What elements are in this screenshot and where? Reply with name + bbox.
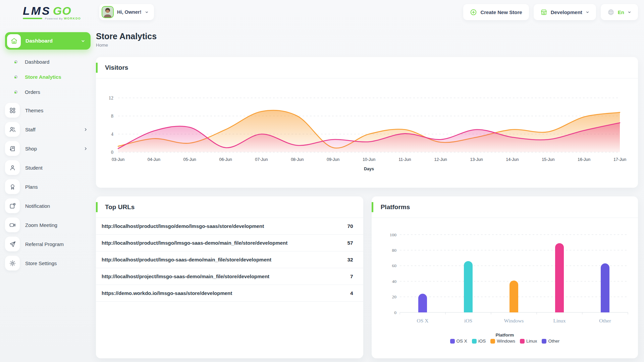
sidebar-item-label: Referral Program — [25, 241, 91, 247]
top-url-row[interactable]: http://localhost/project/lmsgo-saas-demo… — [96, 268, 363, 285]
store-icon — [540, 9, 547, 16]
create-new-store-label: Create New Store — [480, 9, 522, 15]
sidebar-item-plans[interactable]: Plans — [5, 179, 91, 194]
svg-text:Windows: Windows — [504, 318, 524, 323]
avatar — [102, 6, 114, 18]
sidebar-item-referral-program[interactable]: Referral Program — [5, 237, 91, 251]
card-accent-bar — [372, 202, 373, 212]
submenu-label: Dashboard — [25, 59, 49, 65]
sidebar-item-label: Zoom Meeting — [25, 222, 91, 228]
sidebar-group-dashboard[interactable]: Dashboard — [5, 32, 91, 50]
top-url-row[interactable]: https://demo.workdo.io/lmsgo-saas/store/… — [96, 285, 363, 302]
sidebar-item-label: Themes — [25, 108, 91, 113]
svg-text:8: 8 — [111, 114, 113, 119]
sidebar-submenu-item-store-analytics[interactable]: Store Analytics — [5, 69, 91, 84]
app-logo[interactable]: LMS GO Powered By WORKDO — [0, 4, 96, 20]
sidebar-item-store-settings[interactable]: Store Settings — [5, 256, 91, 270]
legend-item-ios[interactable]: iOS — [472, 339, 486, 344]
svg-text:05-Jun: 05-Jun — [183, 157, 196, 162]
bar-ios — [464, 261, 473, 312]
svg-text:20: 20 — [392, 294, 396, 299]
store-selector-dropdown[interactable]: Development — [534, 4, 596, 20]
sidebar-item-label: Store Settings — [25, 260, 91, 266]
user-icon — [5, 160, 20, 175]
chevron-down-icon — [586, 10, 589, 14]
url-count: 57 — [347, 240, 353, 246]
sidebar-item-staff[interactable]: Staff — [5, 122, 91, 137]
card-accent-bar — [96, 63, 98, 73]
url-count: 70 — [347, 223, 353, 229]
sidebar-items: Themes Staff Shop Student Plans — [5, 103, 91, 270]
top-url-row[interactable]: http://localhost/product/lmsgo/demo/lmsg… — [96, 218, 363, 235]
svg-text:07-Jun: 07-Jun — [255, 157, 268, 162]
visitors-card-title: Visitors — [105, 64, 128, 71]
sidebar-submenu: Dashboard Store Analytics Orders — [5, 54, 91, 100]
top-url-row[interactable]: http://localhost/product/lmsgo/lmsgo-saa… — [96, 235, 363, 251]
bullet-icon — [14, 60, 17, 63]
platforms-card: Platforms 100806040200OS XiOSWindowsLinu… — [372, 196, 638, 358]
sidebar-item-notification[interactable]: Notification — [5, 198, 91, 213]
legend-swatch — [542, 339, 546, 344]
sidebar-item-student[interactable]: Student — [5, 160, 91, 175]
legend-swatch — [520, 339, 525, 344]
url-text: http://localhost/product/lmsgo-saas-demo… — [102, 257, 347, 262]
url-text: https://demo.workdo.io/lmsgo-saas/store/… — [102, 290, 350, 296]
user-menu[interactable]: Hi, Owner! — [99, 4, 154, 20]
svg-text:60: 60 — [392, 263, 396, 268]
award-icon — [5, 179, 20, 194]
chevron-right-icon — [84, 127, 88, 132]
bar-other — [601, 263, 609, 312]
grid-icon — [5, 103, 20, 118]
svg-text:iOS: iOS — [464, 318, 472, 323]
svg-text:12: 12 — [109, 96, 113, 101]
top-url-row[interactable]: http://localhost/product/lmsgo-saas-demo… — [96, 251, 363, 268]
legend-label: iOS — [478, 339, 486, 344]
home-icon — [7, 34, 21, 48]
user-greeting: Hi, Owner! — [117, 9, 142, 15]
create-new-store-button[interactable]: Create New Store — [463, 4, 529, 20]
legend-label: Other — [548, 339, 559, 344]
bullet-icon — [14, 75, 17, 78]
url-count: 7 — [350, 274, 353, 280]
bar-os-x — [418, 294, 427, 312]
logo-tagline: Powered By WORKDO — [45, 17, 81, 20]
main-content: Store Analytics Home Visitors 1284003-Ju… — [96, 24, 638, 362]
sidebar-submenu-item-orders[interactable]: Orders — [5, 84, 91, 100]
logo-underline — [23, 18, 42, 19]
top-urls-card-title: Top URLs — [105, 203, 135, 211]
gear-icon — [5, 256, 20, 270]
sidebar-submenu-item-dashboard[interactable]: Dashboard — [5, 54, 91, 69]
legend-item-linux[interactable]: Linux — [520, 339, 537, 344]
url-text: http://localhost/product/lmsgo/demo/lmsg… — [102, 223, 347, 229]
svg-text:11-Jun: 11-Jun — [398, 157, 411, 162]
svg-text:0: 0 — [394, 310, 396, 315]
submenu-label: Store Analytics — [25, 74, 61, 80]
legend-swatch — [490, 339, 495, 344]
send-icon — [5, 237, 20, 251]
legend-item-os-x[interactable]: OS X — [450, 339, 467, 344]
url-text: http://localhost/product/lmsgo/lmsgo-saa… — [102, 240, 347, 246]
sidebar-item-themes[interactable]: Themes — [5, 103, 91, 118]
sidebar: Dashboard Dashboard Store Analytics Orde… — [0, 24, 96, 362]
svg-text:15-Jun: 15-Jun — [542, 157, 554, 162]
bar-linux — [555, 243, 564, 312]
chevron-down-icon — [628, 10, 631, 14]
sidebar-item-shop[interactable]: Shop — [5, 141, 91, 156]
language-dropdown[interactable]: En — [601, 4, 638, 20]
bullet-icon — [14, 90, 17, 94]
platforms-bar-chart: 100806040200OS XiOSWindowsLinuxOtherPlat… — [372, 218, 638, 344]
sidebar-item-label: Plans — [25, 184, 91, 190]
svg-text:04-Jun: 04-Jun — [148, 157, 160, 162]
store-selector-label: Development — [551, 9, 582, 15]
svg-text:Days: Days — [364, 167, 374, 171]
svg-text:03-Jun: 03-Jun — [112, 157, 124, 162]
svg-text:4: 4 — [111, 132, 113, 137]
sidebar-item-zoom-meeting[interactable]: Zoom Meeting — [5, 218, 91, 232]
breadcrumb[interactable]: Home — [96, 43, 638, 48]
legend-item-windows[interactable]: Windows — [490, 339, 515, 344]
legend-swatch — [472, 339, 477, 344]
legend-title: Platform — [495, 333, 514, 338]
svg-text:10-Jun: 10-Jun — [363, 157, 375, 162]
legend-item-other[interactable]: Other — [542, 339, 559, 344]
chevron-down-icon — [81, 39, 85, 43]
